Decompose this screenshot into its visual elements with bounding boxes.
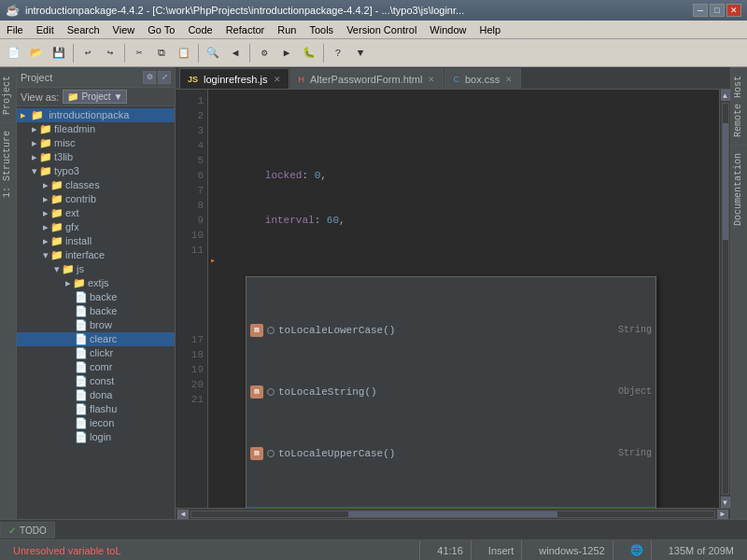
- menu-help[interactable]: Help: [472, 21, 507, 38]
- toolbar-sep-1: [73, 44, 74, 63]
- menu-view[interactable]: View: [106, 21, 142, 38]
- tree-item-flashu[interactable]: 📄flashu: [17, 402, 175, 416]
- copy-button[interactable]: ⧉: [151, 43, 172, 63]
- toolbar-sep-5: [323, 44, 324, 63]
- status-bar: Unresolved variable toL 41:16 Insert win…: [0, 539, 747, 560]
- documentation-tab[interactable]: Documentation: [731, 145, 747, 233]
- cut-button[interactable]: ✂: [129, 43, 149, 63]
- tab-close-0[interactable]: ✕: [274, 75, 281, 84]
- method-icon-1: m: [250, 385, 263, 399]
- find-prev-button[interactable]: ◀: [225, 43, 246, 63]
- tree-item-backe1[interactable]: 📄backe: [17, 290, 175, 304]
- menu-run[interactable]: Run: [271, 21, 303, 38]
- scroll-right-button[interactable]: ▶: [717, 510, 728, 519]
- tab-close-1[interactable]: ✕: [428, 75, 435, 84]
- ac-type-0: String: [618, 323, 652, 338]
- tab-alterpassword-html[interactable]: H AlterPasswordForm.html ✕: [290, 68, 444, 89]
- ac-item-0[interactable]: m toLocaleLowerCase() String: [247, 322, 655, 339]
- expand-icon[interactable]: ⤢: [158, 71, 171, 84]
- tree-item-misc[interactable]: ▸📁misc: [17, 136, 175, 150]
- h-scroll-track[interactable]: [190, 511, 715, 518]
- menu-file[interactable]: File: [0, 21, 30, 38]
- ac-item-3[interactable]: m toLowerCase() String: [247, 507, 655, 508]
- menubar: File Edit Search View Go To Code Refacto…: [0, 21, 747, 39]
- method-icon-2: m: [250, 447, 263, 460]
- todo-tab[interactable]: ✓ TODO: [0, 522, 55, 539]
- tab-loginrefresh-js[interactable]: JS loginrefresh.js ✕: [179, 68, 289, 89]
- tab-box-css[interactable]: C box.css ✕: [444, 68, 521, 89]
- menu-tools[interactable]: Tools: [303, 21, 340, 38]
- viewas-dropdown[interactable]: 📁 Project ▼: [63, 90, 127, 104]
- tree-item-clickr[interactable]: 📄clickr: [17, 346, 175, 360]
- scroll-thumb[interactable]: [723, 123, 728, 240]
- menu-search[interactable]: Search: [61, 21, 106, 38]
- tab-bar: JS loginrefresh.js ✕ H AlterPasswordForm…: [176, 67, 730, 90]
- ac-type-2: String: [618, 446, 652, 461]
- todo-label: TODO: [20, 525, 47, 536]
- tree-item-js[interactable]: ▾📁js: [17, 262, 175, 276]
- tree-item-comr[interactable]: 📄comr: [17, 360, 175, 374]
- tree-item-install[interactable]: ▸📁install: [17, 234, 175, 248]
- undo-button[interactable]: ↩: [78, 43, 98, 63]
- tree-item-const[interactable]: 📄const: [17, 374, 175, 388]
- ac-circle-1: [267, 388, 275, 396]
- redo-button[interactable]: ↪: [100, 43, 120, 63]
- maximize-button[interactable]: □: [710, 4, 725, 17]
- horizontal-scrollbar[interactable]: ◀ ▶: [176, 508, 730, 519]
- tree-item-iecon[interactable]: 📄iecon: [17, 416, 175, 430]
- tree-item-t3lib[interactable]: ▸📁t3lib: [17, 150, 175, 164]
- scroll-down-button[interactable]: ▼: [721, 497, 730, 508]
- ac-item-1[interactable]: m toLocaleString() Object: [247, 384, 655, 400]
- autocomplete-popup: m toLocaleLowerCase() String m toLocaleS…: [246, 276, 656, 508]
- build-button[interactable]: ⚙: [254, 43, 275, 63]
- tab-close-2[interactable]: ✕: [505, 75, 513, 84]
- tree-item-clearc[interactable]: 📄clearc: [17, 332, 175, 346]
- status-message-text: Unresolved variable toL: [13, 545, 121, 556]
- ac-item-2[interactable]: m toLocaleUpperCase() String: [247, 445, 655, 462]
- paste-button[interactable]: 📋: [174, 43, 194, 63]
- more-button[interactable]: ▼: [350, 43, 371, 63]
- menu-edit[interactable]: Edit: [30, 21, 61, 38]
- tree-item-extjs[interactable]: ▸📁extjs: [17, 276, 175, 290]
- menu-window[interactable]: Window: [423, 21, 472, 38]
- new-file-button[interactable]: 📄: [4, 43, 24, 63]
- code-container: 1 2 3 4 5 6 7 8 9 10 11 12 13 14 15 16 1…: [176, 90, 730, 508]
- scroll-up-button[interactable]: ▲: [721, 90, 730, 101]
- tree-item-contrib[interactable]: ▸📁contrib: [17, 192, 175, 206]
- scroll-track[interactable]: [722, 103, 729, 495]
- h-scroll-thumb[interactable]: [348, 511, 557, 517]
- tree-item-root[interactable]: ▸ 📁 introductionpacka: [17, 108, 175, 122]
- tab-label-1: AlterPasswordForm.html: [310, 74, 422, 85]
- code-editor[interactable]: ▸ locked: 0, interval: 60,: [208, 90, 719, 508]
- run-button[interactable]: ▶: [276, 43, 297, 63]
- gear-icon[interactable]: ⚙: [143, 71, 156, 84]
- save-button[interactable]: 💾: [49, 43, 69, 63]
- find-button[interactable]: 🔍: [203, 43, 223, 63]
- project-tab-strip[interactable]: Project: [0, 67, 16, 122]
- help-toolbar-button[interactable]: ?: [328, 43, 348, 63]
- tree-item-interface[interactable]: ▾📁interface: [17, 248, 175, 262]
- tree-item-backe2[interactable]: 📄backe: [17, 304, 175, 318]
- tree-item-gfx[interactable]: ▸📁gfx: [17, 220, 175, 234]
- structure-tab-strip[interactable]: 1: Structure: [0, 122, 16, 205]
- close-button[interactable]: ✕: [726, 4, 741, 17]
- open-button[interactable]: 📂: [26, 43, 47, 63]
- menu-goto[interactable]: Go To: [141, 21, 181, 38]
- menu-vcs[interactable]: Version Control: [340, 21, 423, 38]
- tree-item-login[interactable]: 📄login: [17, 430, 175, 444]
- remote-host-tab[interactable]: Remote Host: [731, 67, 747, 145]
- menu-refactor[interactable]: Refactor: [219, 21, 272, 38]
- scroll-left-button[interactable]: ◀: [177, 510, 189, 519]
- tree-item-classes[interactable]: ▸📁classes: [17, 178, 175, 192]
- tree-item-typo3[interactable]: ▾📁typo3: [17, 164, 175, 178]
- tree-item-brow[interactable]: 📄brow: [17, 318, 175, 332]
- tree-item-ext[interactable]: ▸📁ext: [17, 206, 175, 220]
- right-side-strip: Remote Host Documentation: [730, 67, 747, 519]
- menu-code[interactable]: Code: [181, 21, 218, 38]
- debug-button[interactable]: 🐛: [299, 43, 319, 63]
- vertical-scrollbar[interactable]: ▲ ▼: [719, 90, 730, 508]
- minimize-button[interactable]: ─: [693, 4, 708, 17]
- project-header-label: Project: [21, 72, 52, 83]
- tree-item-dona[interactable]: 📄dona: [17, 388, 175, 402]
- tree-item-fileadmin[interactable]: ▸📁fileadmin: [17, 122, 175, 136]
